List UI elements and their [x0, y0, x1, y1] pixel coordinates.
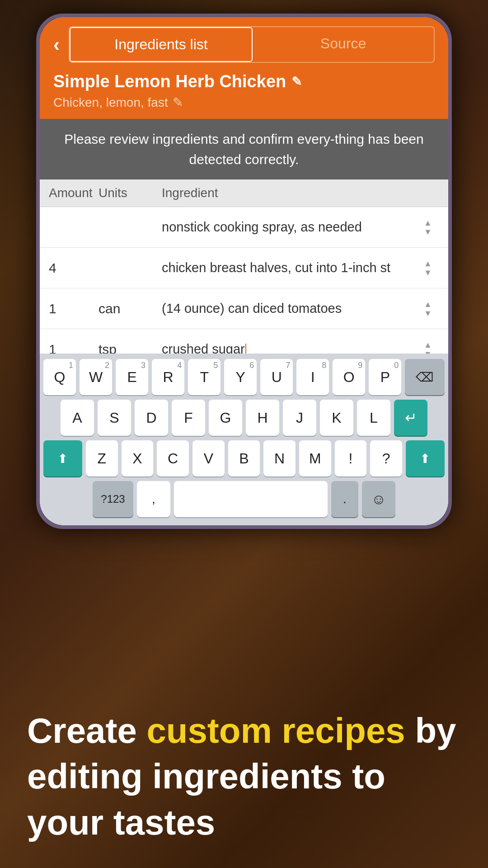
key-c[interactable]: C: [157, 440, 189, 476]
key-question[interactable]: ?: [370, 440, 402, 476]
key-r[interactable]: 4 R: [152, 359, 184, 395]
arrow-up-1: ▲: [424, 259, 432, 268]
key-shift-left[interactable]: ⬆: [43, 440, 82, 476]
shift-left-icon: ⬆: [57, 451, 68, 466]
key-g[interactable]: G: [209, 400, 242, 436]
key-i[interactable]: 8 I: [296, 359, 329, 395]
col-units: Units: [99, 186, 162, 200]
tab-bar: Ingredients list Source: [69, 26, 435, 63]
tagline-highlight: custom recipes: [146, 711, 405, 750]
key-e[interactable]: 3 E: [116, 359, 148, 395]
key-q[interactable]: 1 Q: [43, 359, 76, 395]
arrow-down-2: ▼: [424, 309, 432, 317]
sort-arrows-0[interactable]: ▲ ▼: [417, 219, 439, 236]
table-header: Amount Units Ingredient: [40, 179, 448, 207]
ingredients-list: nonstick cooking spray, as needed ▲ ▼ 4 …: [40, 207, 448, 354]
amount-1: 4: [49, 260, 99, 276]
key-a[interactable]: A: [61, 400, 94, 436]
key-z[interactable]: Z: [86, 440, 118, 476]
ingredient-0: nonstick cooking spray, as needed: [162, 220, 417, 235]
key-s[interactable]: S: [98, 400, 131, 436]
table-row[interactable]: nonstick cooking spray, as needed ▲ ▼: [40, 207, 448, 248]
edit-title-icon[interactable]: ✎: [291, 74, 302, 89]
key-enter[interactable]: ↵: [394, 400, 427, 436]
keyboard-row-3: ⬆ Z X C V B N: [43, 440, 445, 476]
key-h[interactable]: H: [246, 400, 279, 436]
key-v[interactable]: V: [192, 440, 225, 476]
tab-source[interactable]: Source: [253, 27, 434, 62]
text-cursor: [245, 344, 246, 354]
key-t[interactable]: 5 T: [188, 359, 221, 395]
tab-ingredients[interactable]: Ingredients list: [70, 27, 253, 62]
recipe-title-text: Simple Lemon Herb Chicken: [53, 72, 286, 91]
keyboard: 1 Q 2 W 3 E 4 R 5 T: [40, 354, 448, 525]
ingredient-3[interactable]: crushed sugar: [162, 342, 417, 354]
backspace-icon: ⌫: [416, 370, 434, 385]
table-row-active[interactable]: 1 tsp crushed sugar ▲ ▼ Sugar Stevia Bro…: [40, 329, 448, 354]
key-y[interactable]: 6 Y: [224, 359, 257, 395]
key-k[interactable]: K: [320, 400, 353, 436]
notice-bar: Please review ingredients and confirm ev…: [40, 119, 448, 179]
ingredient-text-3: crushed sugar: [162, 342, 245, 354]
key-b[interactable]: B: [228, 440, 260, 476]
arrow-down-3: ▼: [424, 350, 432, 354]
col-amount: Amount: [49, 186, 99, 200]
arrow-up-3: ▲: [424, 341, 432, 349]
col-ingredient: Ingredient: [162, 186, 439, 200]
sort-arrows-1[interactable]: ▲ ▼: [417, 259, 439, 277]
key-backspace[interactable]: ⌫: [405, 359, 445, 395]
key-symbols[interactable]: ?123: [93, 481, 133, 517]
tagline: Create custom recipes by editing ingredi…: [0, 708, 488, 845]
keyboard-row-2: A S D F G H J: [43, 400, 445, 436]
key-period[interactable]: .: [331, 481, 358, 517]
ingredient-2: (14 ounce) can diced tomatoes: [162, 301, 417, 316]
sort-arrows-2[interactable]: ▲ ▼: [417, 300, 439, 317]
key-comma[interactable]: ,: [137, 481, 170, 517]
key-emoji[interactable]: ☺: [362, 481, 395, 517]
table-row[interactable]: 4 chicken breast halves, cut into 1-inch…: [40, 248, 448, 288]
key-n[interactable]: N: [263, 440, 296, 476]
phone-frame: ‹ Ingredients list Source Simple Lemon H…: [36, 14, 452, 529]
arrow-up-2: ▲: [424, 300, 432, 308]
arrow-down-1: ▼: [424, 269, 432, 277]
keyboard-row-1: 1 Q 2 W 3 E 4 R 5 T: [43, 359, 445, 395]
key-m[interactable]: M: [299, 440, 331, 476]
keyboard-row-bottom: ?123 , . ☺: [43, 481, 445, 517]
key-l[interactable]: L: [357, 400, 390, 436]
edit-tags-icon[interactable]: ✎: [173, 95, 183, 110]
key-w[interactable]: 2 W: [80, 359, 112, 395]
back-button[interactable]: ‹: [53, 35, 60, 54]
key-f[interactable]: F: [172, 400, 205, 436]
key-o[interactable]: 9 O: [333, 359, 365, 395]
arrow-down-0: ▼: [424, 228, 432, 236]
recipe-tags-text: Chicken, lemon, fast: [53, 95, 168, 110]
sort-arrows-3[interactable]: ▲ ▼: [417, 341, 439, 354]
unit-3: tsp: [99, 342, 162, 354]
unit-2: can: [99, 301, 162, 316]
table-row[interactable]: 1 can (14 ounce) can diced tomatoes ▲ ▼: [40, 288, 448, 329]
key-d[interactable]: D: [135, 400, 168, 436]
key-shift-right[interactable]: ⬆: [406, 440, 445, 476]
key-exclaim[interactable]: !: [335, 440, 367, 476]
key-u[interactable]: 7 U: [260, 359, 293, 395]
key-x[interactable]: X: [122, 440, 154, 476]
amount-3: 1: [49, 342, 99, 354]
amount-2: 1: [49, 301, 99, 316]
key-j[interactable]: J: [283, 400, 316, 436]
key-p[interactable]: 0 P: [369, 359, 401, 395]
tagline-part1: Create: [27, 711, 146, 750]
key-space[interactable]: [174, 481, 328, 517]
app-header: ‹ Ingredients list Source Simple Lemon H…: [40, 17, 448, 119]
shift-right-icon: ⬆: [420, 451, 430, 466]
ingredient-1: chicken breast halves, cut into 1-inch s…: [162, 260, 417, 275]
arrow-up-0: ▲: [424, 219, 432, 227]
